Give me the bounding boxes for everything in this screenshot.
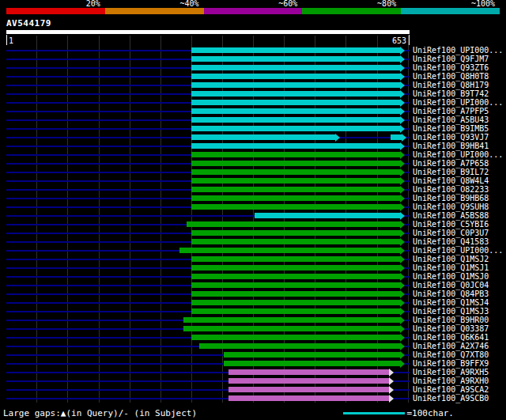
- hit-accession-label[interactable]: UniRef100_O82233: [413, 185, 489, 194]
- ruler-end-label: 653: [6, 36, 406, 45]
- hit-accession-label[interactable]: UniRef100_Q8W4L4: [413, 176, 489, 185]
- alignment-bar[interactable]: [191, 291, 400, 297]
- hit-accession-label[interactable]: UniRef100_A7PFP5: [413, 107, 489, 115]
- hit-accession-label[interactable]: UniRef100_Q03387: [413, 324, 489, 333]
- ruler-tick-end: [409, 35, 410, 45]
- alignment-bar[interactable]: [191, 108, 400, 114]
- alignment-bar[interactable]: [191, 239, 400, 244]
- alignment-bar[interactable]: [191, 187, 400, 192]
- alignment-bar[interactable]: [224, 352, 400, 358]
- alignment-bar[interactable]: [191, 117, 400, 123]
- hit-accession-label[interactable]: UniRef100_A5BU43: [413, 115, 489, 124]
- alignment-bar[interactable]: [191, 82, 400, 88]
- alignment-bar[interactable]: [391, 134, 402, 140]
- alignment-row: UniRef100_A5BU43: [0, 115, 506, 124]
- hit-accession-label[interactable]: UniRef100_A7P658: [413, 159, 489, 168]
- alignment-bar[interactable]: [191, 265, 400, 271]
- alignment-bar-arrowhead: [400, 160, 405, 168]
- alignment-bar[interactable]: [191, 91, 400, 96]
- hit-accession-label[interactable]: UniRef100_Q1MSJ0: [413, 272, 489, 281]
- alignment-bar-arrowhead: [400, 125, 405, 133]
- hit-accession-label[interactable]: UniRef100_B9HB41: [413, 142, 489, 150]
- alignment-bar[interactable]: [191, 308, 400, 314]
- hit-accession-label[interactable]: UniRef100_A9SCB0: [413, 394, 489, 403]
- hit-accession-label[interactable]: UniRef100_A9RXH0: [413, 376, 489, 385]
- alignment-bar[interactable]: [228, 378, 390, 384]
- alignment-bar[interactable]: [224, 361, 400, 366]
- alignment-bar[interactable]: [191, 195, 400, 201]
- hit-accession-label[interactable]: UniRef100_UPI000...: [413, 46, 503, 55]
- alignment-bar[interactable]: [255, 213, 400, 218]
- hit-accession-label[interactable]: UniRef100_Q9FJM7: [413, 55, 489, 63]
- alignment-bar[interactable]: [191, 47, 400, 53]
- alignment-bar[interactable]: [191, 74, 400, 79]
- hit-accession-label[interactable]: UniRef100_B9T742: [413, 89, 489, 98]
- alignment-bar[interactable]: [183, 326, 400, 331]
- alignment-bar-arrowhead: [335, 134, 340, 142]
- hit-accession-label[interactable]: UniRef100_Q0JC04: [413, 281, 489, 289]
- hit-accession-label[interactable]: UniRef100_A5BS88: [413, 211, 489, 220]
- hit-accession-label[interactable]: UniRef100_A2X746: [413, 342, 489, 350]
- alignment-bar-arrowhead: [400, 177, 405, 185]
- hit-accession-label[interactable]: UniRef100_C0P3U7: [413, 229, 489, 237]
- alignment-row: UniRef100_Q8H0T8: [0, 72, 506, 81]
- hit-accession-label[interactable]: UniRef100_Q93VJ7: [413, 133, 489, 142]
- hit-accession-label[interactable]: UniRef100_B9IL72: [413, 168, 489, 176]
- alignment-bar[interactable]: [228, 369, 390, 375]
- hit-accession-label[interactable]: UniRef100_A9RXH5: [413, 368, 489, 376]
- hit-accession-label[interactable]: UniRef100_Q1MSJ3: [413, 307, 489, 316]
- alignment-row: UniRef100_UPI000...: [0, 46, 506, 55]
- hit-accession-label[interactable]: UniRef100_B9HR00: [413, 316, 489, 324]
- alignment-bar[interactable]: [191, 152, 400, 157]
- hit-accession-label[interactable]: UniRef100_Q6K641: [413, 333, 489, 342]
- alignment-bar[interactable]: [183, 317, 400, 323]
- alignment-bar[interactable]: [191, 169, 400, 175]
- alignment-bar[interactable]: [191, 256, 400, 262]
- alignment-bar[interactable]: [191, 335, 400, 340]
- alignment-bar-arrowhead: [400, 221, 405, 229]
- hit-accession-label[interactable]: UniRef100_UPI000...: [413, 246, 503, 255]
- alignment-bar[interactable]: [187, 221, 399, 227]
- hit-accession-label[interactable]: UniRef100_B9HB68: [413, 194, 489, 202]
- hit-accession-label[interactable]: UniRef100_B9FFX9: [413, 359, 489, 368]
- hit-accession-label[interactable]: UniRef100_Q41583: [413, 237, 489, 246]
- alignment-bar[interactable]: [199, 343, 400, 349]
- hit-accession-label[interactable]: UniRef100_C5YBI6: [413, 220, 489, 229]
- hit-accession-label[interactable]: UniRef100_B9IMB5: [413, 124, 489, 133]
- alignment-bar-arrowhead: [400, 351, 405, 359]
- hit-accession-label[interactable]: UniRef100_Q9SUH8: [413, 202, 489, 211]
- hit-accession-label[interactable]: UniRef100_UPI000...: [413, 98, 503, 107]
- hit-accession-label[interactable]: UniRef100_Q93ZT6: [413, 63, 489, 72]
- alignment-bar[interactable]: [228, 387, 390, 392]
- alignment-bar[interactable]: [191, 230, 400, 236]
- alignment-bar-arrowhead: [400, 64, 405, 72]
- alignment-bar[interactable]: [191, 161, 400, 166]
- hit-accession-label[interactable]: UniRef100_Q1MSJ2: [413, 255, 489, 263]
- alignment-bar[interactable]: [191, 126, 400, 131]
- identity-scale-labels: 20%~40%~60%~80%~100%: [0, 0, 506, 8]
- hit-accession-label[interactable]: UniRef100_Q1MSJ4: [413, 298, 489, 307]
- hit-accession-label[interactable]: UniRef100_Q8H0T8: [413, 72, 489, 81]
- alignment-bar-arrowhead: [389, 369, 394, 376]
- alignment-bar[interactable]: [191, 100, 400, 105]
- blast-graphic-summary: 20%~40%~60%~80%~100% AV544179 1 653 UniR…: [0, 0, 506, 420]
- hit-accession-label[interactable]: UniRef100_UPI000...: [413, 150, 503, 159]
- alignment-bar[interactable]: [191, 282, 400, 288]
- hit-accession-label[interactable]: UniRef100_Q8H179: [413, 81, 489, 89]
- alignment-bar[interactable]: [191, 65, 400, 70]
- alignment-bar[interactable]: [191, 178, 400, 184]
- alignment-bar[interactable]: [191, 300, 400, 305]
- hit-accession-label[interactable]: UniRef100_Q7XT80: [413, 350, 489, 359]
- alignment-row: UniRef100_Q1MSJ3: [0, 307, 506, 316]
- alignment-bar[interactable]: [191, 56, 400, 62]
- alignment-bar[interactable]: [191, 143, 400, 149]
- alignment-row: UniRef100_Q1MSJ1: [0, 263, 506, 272]
- alignment-bar[interactable]: [228, 395, 390, 401]
- hit-accession-label[interactable]: UniRef100_A9SCA2: [413, 385, 489, 394]
- hit-accession-label[interactable]: UniRef100_Q1MSJ1: [413, 263, 489, 272]
- alignment-bar[interactable]: [179, 248, 400, 253]
- alignment-bar[interactable]: [191, 204, 400, 210]
- alignment-bar[interactable]: [191, 274, 400, 279]
- alignment-bar[interactable]: [191, 134, 335, 140]
- hit-accession-label[interactable]: UniRef100_Q84PB3: [413, 289, 489, 298]
